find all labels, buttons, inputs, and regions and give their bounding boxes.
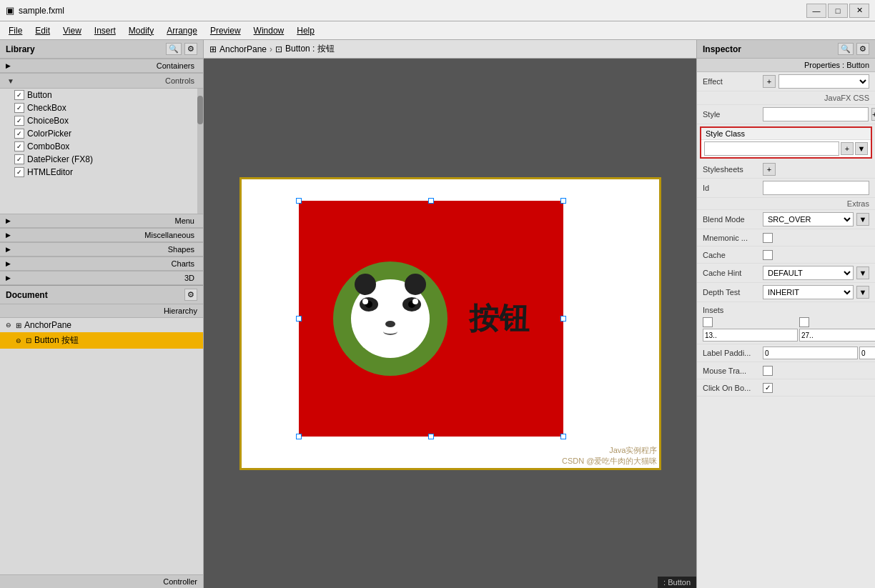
control-datepicker[interactable]: ✓ DatePicker (FX8) (0, 153, 203, 166)
cache-checkbox[interactable] (763, 250, 773, 260)
watermark: Java实例程序 CSDN @爱吃牛肉的大猫咪 (562, 445, 657, 467)
javafx-css-text: JavaFX CSS (824, 94, 869, 102)
bottom-watermark: : Button (658, 577, 696, 588)
title-bar-controls[interactable]: — □ ✕ (806, 4, 869, 18)
handle-bc[interactable] (428, 434, 434, 439)
label-padding-val-1[interactable] (763, 347, 858, 359)
handle-tr[interactable] (560, 198, 566, 204)
control-htmleditor[interactable]: ✓ HTMLEditor (0, 166, 203, 179)
effect-row: Effect + (697, 72, 875, 91)
library-search-btn[interactable]: 🔍 (166, 43, 182, 55)
button-text: 按钮 (469, 299, 529, 339)
control-combobox[interactable]: ✓ ComboBox (0, 140, 203, 153)
inspector-settings-btn[interactable]: ⚙ (856, 43, 869, 55)
button-preview: 按钮 (299, 201, 563, 437)
menu-window[interactable]: Window (248, 24, 290, 37)
cache-hint-dropdown-btn[interactable]: ▼ (856, 266, 869, 279)
button-label: Button (27, 90, 52, 100)
blend-mode-wrapper: SRC_OVER ADD COLOR_BURN (763, 212, 854, 226)
click-on-bg-checkbox[interactable]: ✓ (763, 383, 773, 393)
menu-preview[interactable]: Preview (204, 24, 247, 37)
breadcrumb-item-1[interactable]: Button : 按钮 (285, 43, 335, 55)
handle-mr[interactable] (560, 316, 566, 322)
depth-test-dropdown-btn[interactable]: ▼ (856, 286, 869, 299)
inspector-spacer (697, 397, 875, 588)
menu-help[interactable]: Help (291, 24, 320, 37)
menu-edit[interactable]: Edit (29, 24, 56, 37)
handle-tc[interactable] (428, 198, 434, 204)
library-settings-btn[interactable]: ⚙ (184, 43, 197, 55)
minimize-button[interactable]: — (806, 4, 826, 18)
section-shapes[interactable]: ▶ Shapes (0, 242, 203, 256)
mouse-transparent-label: Mouse Tra... (703, 367, 760, 375)
javafx-css-label: JavaFX CSS (697, 91, 875, 105)
section-controls[interactable]: ▼ Controls (0, 73, 203, 89)
section-3d[interactable]: ▶ 3D (0, 271, 203, 285)
insets-val-1[interactable] (703, 329, 798, 342)
document-panel: Document ⚙ Hierarchy ⊖ ⊞ AnchorPane ⊖ ⊡ … (0, 285, 203, 588)
menu-arrange[interactable]: Arrange (161, 24, 203, 37)
effect-add-btn[interactable]: + (763, 75, 776, 88)
watermark-line2: CSDN @爱吃牛肉的大猫咪 (562, 456, 657, 467)
tree-button[interactable]: ⊖ ⊡ Button 按钮 (0, 332, 203, 349)
control-button[interactable]: ✓ Button (0, 89, 203, 101)
document-settings-btn[interactable]: ⚙ (184, 289, 197, 301)
section-charts[interactable]: ▶ Charts (0, 256, 203, 271)
maximize-button[interactable]: □ (828, 4, 848, 18)
inspector-search-btn[interactable]: 🔍 (838, 43, 854, 55)
insets-cb-1[interactable] (703, 317, 713, 327)
3d-arrow: ▶ (6, 274, 11, 281)
control-colorpicker[interactable]: ✓ ColorPicker (0, 127, 203, 140)
breadcrumb-item-0[interactable]: AnchorPane (219, 44, 267, 54)
blend-mode-dropdown-btn[interactable]: ▼ (856, 213, 869, 226)
style-input[interactable] (763, 107, 869, 121)
id-label: Id (703, 184, 760, 192)
menu-insert[interactable]: Insert (89, 24, 122, 37)
style-class-dropdown-btn[interactable]: ▼ (855, 142, 868, 155)
close-button[interactable]: ✕ (849, 4, 869, 18)
insets-row: Insets (697, 302, 875, 344)
id-input[interactable] (763, 181, 869, 195)
control-choicebox[interactable]: ✓ ChoiceBox (0, 114, 203, 127)
misc-arrow: ▶ (6, 231, 11, 239)
effect-dropdown[interactable] (778, 74, 869, 89)
panda-mouth (383, 328, 397, 335)
handle-br[interactable] (560, 434, 566, 439)
section-menu[interactable]: ▶ Menu (0, 214, 203, 228)
watermark-line1: Java实例程序 (562, 445, 657, 456)
control-checkbox-item[interactable]: ✓ CheckBox (0, 101, 203, 114)
cache-hint-select[interactable]: DEFAULT SPEED QUALITY (763, 266, 854, 280)
menu-modify[interactable]: Modify (123, 24, 159, 37)
blend-mode-label: Blend Mode (703, 215, 760, 224)
insets-cb-2[interactable] (799, 317, 809, 327)
controls-scrollbar[interactable] (197, 89, 203, 214)
insets-values (703, 329, 875, 342)
label-padding-val-2[interactable] (859, 347, 875, 359)
containers-label: Containers (11, 61, 197, 70)
tree-anchorpane[interactable]: ⊖ ⊞ AnchorPane (0, 318, 203, 332)
stylesheets-add-btn[interactable]: + (763, 163, 776, 176)
section-miscellaneous[interactable]: ▶ Miscellaneous (0, 228, 203, 242)
handle-bl[interactable] (296, 434, 302, 439)
inspector-title: Inspector (703, 44, 741, 54)
title-bar-left: ▣ sample.fxml (6, 5, 64, 16)
insets-val-2[interactable] (799, 329, 875, 342)
depth-test-wrapper: INHERIT ENABLE DISABLE (763, 285, 854, 299)
menu-view[interactable]: View (57, 24, 87, 37)
style-add-btn[interactable]: + (871, 108, 875, 121)
handle-tl[interactable] (296, 198, 302, 204)
depth-test-row: Depth Test INHERIT ENABLE DISABLE ▼ (697, 283, 875, 302)
blend-mode-select[interactable]: SRC_OVER ADD COLOR_BURN (763, 212, 854, 226)
handle-ml[interactable] (296, 316, 302, 322)
canvas-area[interactable]: 按钮 Java实例程序 CSDN @爱吃牛肉的大猫咪 : Button (204, 59, 696, 588)
mnemonic-checkbox[interactable] (763, 233, 773, 243)
style-class-input[interactable]: buttonStyle (704, 141, 839, 156)
3d-label: 3D (11, 274, 197, 282)
menu-file[interactable]: File (3, 24, 28, 37)
choicebox-label: ChoiceBox (27, 116, 69, 126)
depth-test-select[interactable]: INHERIT ENABLE DISABLE (763, 285, 854, 299)
section-containers[interactable]: ▶ Containers (0, 59, 203, 73)
style-class-add-btn[interactable]: + (841, 142, 854, 155)
mouse-transparent-checkbox[interactable] (763, 366, 773, 376)
inspector-header-icons: 🔍 ⚙ (838, 43, 869, 55)
